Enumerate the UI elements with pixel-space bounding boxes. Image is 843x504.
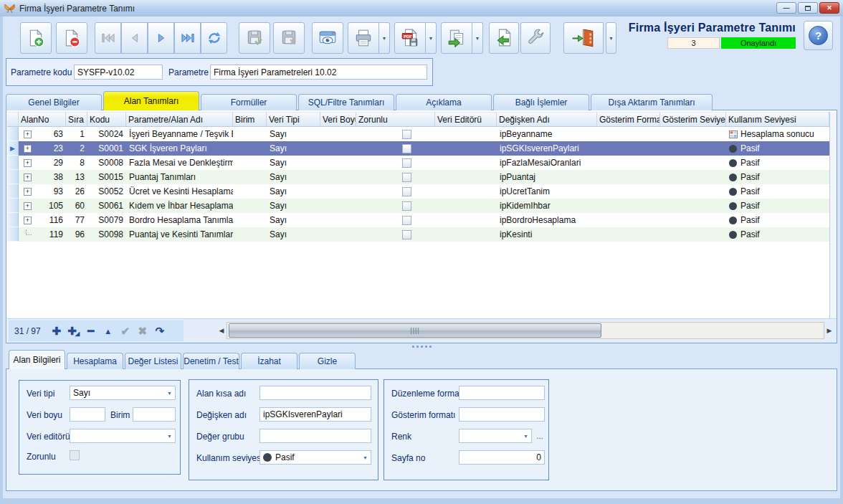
zorunlu-checkbox[interactable] xyxy=(402,216,411,225)
new-record-button[interactable] xyxy=(20,22,52,54)
grid-row-7[interactable]: 11996S0098Puantaj ve Kesinti TanımlarıSa… xyxy=(7,227,829,242)
first-record-button[interactable] xyxy=(95,22,121,54)
tree-expand-icon[interactable]: + xyxy=(24,217,32,224)
tree-expand-icon[interactable]: + xyxy=(24,202,32,210)
duzenleme-formati-input[interactable] xyxy=(459,386,545,400)
parameter-code-input[interactable] xyxy=(74,65,163,80)
hscroll-left-arrow[interactable]: ◀ xyxy=(216,323,227,338)
sayfa-no-input[interactable] xyxy=(459,450,545,465)
column-header-11[interactable]: Gösterim Seviyesi xyxy=(660,112,726,127)
tab-bottom-3[interactable]: Denetim / Test xyxy=(183,353,239,369)
minimize-button[interactable]: — xyxy=(776,2,796,14)
tab-main-6[interactable]: Dışa Aktarım Tanımları xyxy=(591,94,713,110)
gosterim-formati-input[interactable] xyxy=(459,407,545,422)
tab-main-3[interactable]: SQL/Filtre Tanımları xyxy=(298,94,394,110)
tab-bottom-5[interactable]: Gizle xyxy=(299,353,356,369)
column-header-0[interactable]: AlanNo xyxy=(19,112,66,127)
veri-boyu-input[interactable] xyxy=(70,407,105,422)
column-header-12[interactable]: Kullanım Seviyesi xyxy=(726,112,829,127)
tree-expand-icon[interactable]: + xyxy=(24,159,32,167)
next-record-button[interactable] xyxy=(148,22,174,54)
renk-select[interactable]: ▼ xyxy=(459,429,532,443)
tab-main-5[interactable]: Bağlı İşlemler xyxy=(493,94,589,110)
column-header-9[interactable]: Değişken Adı xyxy=(497,112,597,127)
pdf-dropdown-button[interactable]: ▼ xyxy=(426,22,437,54)
tree-expand-icon[interactable]: + xyxy=(24,173,32,181)
delete-record-button[interactable] xyxy=(56,22,87,54)
zorunlu-checkbox[interactable] xyxy=(402,130,411,139)
tab-bottom-4[interactable]: İzahat xyxy=(241,353,297,369)
tree-expand-icon[interactable]: + xyxy=(24,145,32,153)
save-approve-button[interactable] xyxy=(239,22,270,54)
tab-main-0[interactable]: Genel Bilgiler xyxy=(6,94,102,110)
column-header-7[interactable]: Zorunlu xyxy=(356,112,435,127)
cancel-button[interactable]: ✖ xyxy=(134,323,151,340)
tree-expand-icon[interactable]: + xyxy=(24,188,32,196)
column-header-5[interactable]: Veri Tipi xyxy=(267,112,320,127)
previous-record-button[interactable] xyxy=(121,22,148,54)
preview-button[interactable] xyxy=(312,22,343,54)
column-header-8[interactable]: Veri Editörü xyxy=(435,112,497,127)
tab-bottom-2[interactable]: Değer Listesi xyxy=(125,353,181,369)
last-record-button[interactable] xyxy=(174,22,201,54)
veri-editoru-select[interactable]: ▼ xyxy=(70,429,176,443)
tab-main-4[interactable]: Açıklama xyxy=(396,94,492,110)
settings-button[interactable] xyxy=(520,22,551,54)
column-header-4[interactable]: Birim xyxy=(233,112,267,127)
parameter-name-input[interactable] xyxy=(210,65,427,80)
add-child-row-button[interactable]: ✚◢ xyxy=(65,323,82,340)
renk-picker-button[interactable]: … xyxy=(533,429,546,442)
save-cancel-button[interactable] xyxy=(273,22,305,54)
tab-main-1[interactable]: Alan Tanımları xyxy=(103,91,199,110)
zorunlu-checkbox[interactable] xyxy=(402,230,411,239)
grid-row-6[interactable]: +11677S0079Bordro Hesaplama TanımlarıSay… xyxy=(7,213,829,227)
birim-input[interactable] xyxy=(133,407,176,422)
zorunlu-checkbox[interactable] xyxy=(402,187,411,196)
grid-row-5[interactable]: +10560S0061Kıdem ve İhbar Hesaplama Tanı… xyxy=(7,199,829,213)
hscroll-thumb[interactable]: |||| xyxy=(229,323,601,338)
tab-bottom-1[interactable]: Hesaplama xyxy=(67,353,123,369)
grid-row-2[interactable]: +298S0008Fazla Mesai ve Denkleştirme Tan… xyxy=(7,156,829,170)
move-up-button[interactable]: ▲ xyxy=(100,323,117,340)
kullanim-seviyesi-select[interactable]: Pasif ▼ xyxy=(259,450,371,465)
copy-dropdown-button[interactable]: ▼ xyxy=(472,22,483,54)
zorunlu-checkbox[interactable] xyxy=(402,158,411,168)
print-button[interactable] xyxy=(348,22,379,54)
grid-horizontal-scrollbar[interactable]: |||| xyxy=(227,322,824,339)
delete-row-button[interactable]: ━ xyxy=(82,323,100,340)
panel-splitter[interactable] xyxy=(406,343,437,349)
grid-row-3[interactable]: +3813S0015Puantaj TanımlarıSayıipPuantaj… xyxy=(7,170,829,184)
refresh-rows-button[interactable]: ↷ xyxy=(151,323,168,340)
hscroll-right-arrow[interactable]: ▶ xyxy=(824,323,834,338)
column-header-10[interactable]: Gösterim Formatı xyxy=(597,112,660,127)
add-row-button[interactable]: ✚ xyxy=(48,323,65,340)
import-record-button[interactable] xyxy=(489,22,519,54)
deger-grubu-input[interactable] xyxy=(259,429,371,443)
degisken-adi-input[interactable] xyxy=(259,407,371,422)
print-dropdown-button[interactable]: ▼ xyxy=(379,22,390,54)
zorunlu-checkbox[interactable] xyxy=(402,201,411,211)
exit-button[interactable] xyxy=(563,22,604,54)
export-pdf-button[interactable]: PDF xyxy=(394,22,426,54)
help-button[interactable]: ? xyxy=(804,21,833,50)
column-header-3[interactable]: Parametre/Alan Adı xyxy=(126,112,233,127)
tab-main-2[interactable]: Formüller xyxy=(201,94,297,110)
grid-row-4[interactable]: +9326S0052Ücret ve Kesinti Hesaplama Tan… xyxy=(7,184,829,199)
zorunlu-checkbox[interactable] xyxy=(402,144,411,153)
column-header-6[interactable]: Veri Boyu xyxy=(320,112,356,127)
grid-row-0[interactable]: +631S0024İşyeri Beyanname / Teşvik Bilgi… xyxy=(7,127,829,141)
column-header-2[interactable]: Kodu xyxy=(87,112,126,127)
column-header-1[interactable]: Sıra▲ xyxy=(66,112,87,127)
grid-vertical-scrollbar[interactable] xyxy=(829,112,837,318)
grid-row-1[interactable]: ▶+232S0001SGK İşveren PaylarıSayıipSGKIs… xyxy=(7,141,829,156)
restore-button[interactable] xyxy=(798,2,818,14)
tree-expand-icon[interactable]: + xyxy=(24,130,32,138)
zorunlu-checkbox[interactable] xyxy=(70,450,80,460)
zorunlu-checkbox[interactable] xyxy=(402,173,411,182)
close-button[interactable]: ✕ xyxy=(819,2,839,14)
copy-record-button[interactable] xyxy=(441,22,472,54)
confirm-button[interactable]: ✔ xyxy=(117,323,134,340)
tab-bottom-0[interactable]: Alan Bilgileri xyxy=(9,350,65,369)
veri-tipi-select[interactable]: Sayı ▼ xyxy=(70,386,176,400)
refresh-button[interactable] xyxy=(201,22,227,54)
